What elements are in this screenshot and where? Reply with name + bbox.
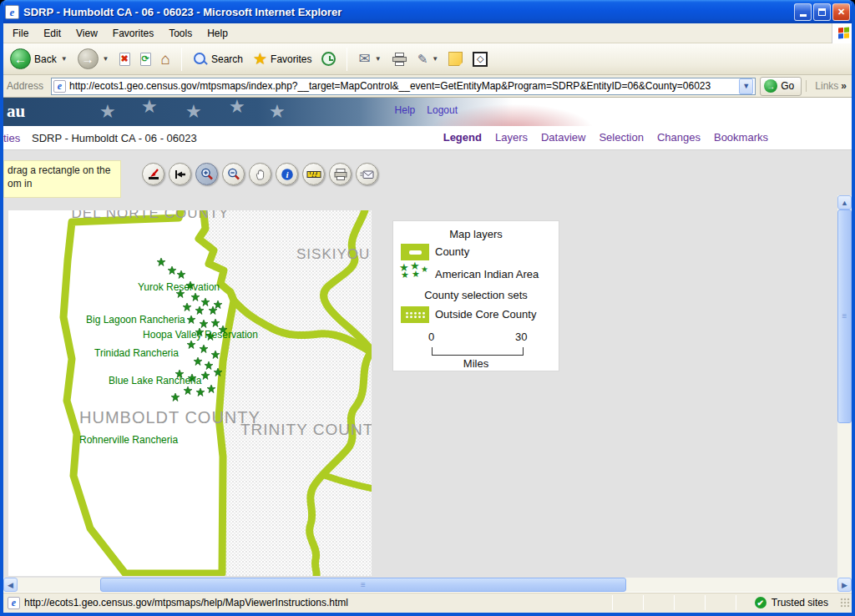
maximize-button[interactable] xyxy=(813,3,831,21)
notes-button[interactable] xyxy=(445,50,466,68)
edit-button[interactable]: ✎ ▼ xyxy=(414,50,443,68)
forward-dropdown-icon[interactable]: ▼ xyxy=(103,55,109,63)
favorites-star-icon: ★ xyxy=(253,49,267,68)
vertical-scroll-thumb[interactable] xyxy=(837,210,852,423)
help-link[interactable]: Help xyxy=(395,104,416,116)
email-map-button[interactable] xyxy=(356,163,378,185)
label-rohnerville-rancheria: Rohnerville Rancheria xyxy=(79,434,178,446)
windows-logo xyxy=(832,23,855,43)
status-separator xyxy=(736,595,736,610)
edit-dropdown-icon[interactable]: ▼ xyxy=(432,55,438,63)
forward-icon: → xyxy=(78,48,99,69)
page-nav: Legend Layers Dataview Selection Changes… xyxy=(443,131,768,144)
toolbar-separator xyxy=(181,48,182,71)
tab-changes[interactable]: Changes xyxy=(657,131,701,144)
menu-tools[interactable]: Tools xyxy=(161,25,200,42)
history-button[interactable] xyxy=(318,50,339,68)
tab-dataview[interactable]: Dataview xyxy=(541,131,585,144)
status-separator xyxy=(643,595,644,610)
back-button[interactable]: ← Back ▼ xyxy=(7,47,71,71)
address-url-text[interactable]: http://ecots1.geo.census.gov/mtpsmaps/in… xyxy=(69,80,736,92)
flag-star-icon: ★ xyxy=(99,101,116,123)
go-arrow-icon: → xyxy=(764,79,777,93)
discuss-button[interactable]: ◇ xyxy=(469,50,491,68)
pan-button[interactable] xyxy=(249,163,271,185)
page-content: au ★ ★ ★ ★ ★ Help Logout ties SDRP - Hum… xyxy=(3,98,852,578)
previous-extent-button[interactable] xyxy=(169,163,191,185)
menu-edit[interactable]: Edit xyxy=(36,25,68,42)
zoom-out-button[interactable] xyxy=(222,163,245,185)
menu-file[interactable]: File xyxy=(5,25,36,42)
selection-sets-title: County selection sets xyxy=(393,289,559,301)
stop-button[interactable]: ✖ xyxy=(116,51,134,68)
discuss-diamond-icon: ◇ xyxy=(473,52,488,67)
title-bar[interactable]: e SDRP - Humboldt CA - 06 - 06023 - Micr… xyxy=(0,0,855,23)
horizontal-scroll-thumb[interactable] xyxy=(100,578,626,592)
search-button[interactable]: Search xyxy=(190,50,246,68)
mail-dropdown-icon[interactable]: ▼ xyxy=(375,55,382,63)
label-siskiyou-county: SISKIYOU xyxy=(296,246,370,262)
go-button[interactable]: → Go xyxy=(760,77,802,96)
american-indian-area-label: American Indian Area xyxy=(435,268,539,280)
tab-legend[interactable]: Legend xyxy=(443,131,482,144)
links-chevron-icon: » xyxy=(841,80,847,92)
legend-title: Map layers xyxy=(393,228,559,240)
horizontal-scrollbar[interactable]: ◀ ▶ xyxy=(3,578,852,592)
status-separator xyxy=(612,595,613,610)
zoom-in-button[interactable] xyxy=(195,163,218,185)
outside-core-swatch xyxy=(401,306,429,323)
print-icon xyxy=(392,53,407,66)
address-dropdown-icon[interactable]: ▼ xyxy=(739,78,753,94)
home-button[interactable]: ⌂ xyxy=(158,50,174,68)
banner-text: au xyxy=(7,101,25,122)
menu-help[interactable]: Help xyxy=(200,25,235,42)
tab-selection[interactable]: Selection xyxy=(599,131,643,144)
page-favicon: e xyxy=(53,80,66,93)
refresh-button[interactable]: ⟳ xyxy=(137,51,154,68)
scroll-up-icon[interactable]: ▲ xyxy=(837,195,852,210)
mail-icon: ✉ xyxy=(358,50,370,68)
label-humboldt-county: HUMBOLDT COUNTY xyxy=(79,408,261,427)
zone-label: Trusted sites xyxy=(772,597,828,608)
humboldt-county-shape[interactable] xyxy=(63,210,234,573)
back-dropdown-icon[interactable]: ▼ xyxy=(61,55,68,63)
tooltip-line-2: om in xyxy=(8,177,117,190)
info-icon: i xyxy=(281,168,294,181)
american-indian-area-swatch: ★ ★ ★ ★ ★ xyxy=(399,263,431,283)
home-icon: ⌂ xyxy=(161,52,170,67)
minimize-button[interactable] xyxy=(794,3,812,21)
tab-layers[interactable]: Layers xyxy=(495,131,528,144)
vertical-scrollbar[interactable]: ▲ ▼ xyxy=(837,195,852,578)
scale-unit: Miles xyxy=(393,357,559,370)
refresh-icon: ⟳ xyxy=(140,53,151,66)
printer-icon xyxy=(333,168,348,181)
scroll-left-icon[interactable]: ◀ xyxy=(3,578,18,592)
forward-button[interactable]: → ▼ xyxy=(74,47,113,71)
resize-grip[interactable] xyxy=(840,598,850,608)
menu-view[interactable]: View xyxy=(68,25,105,42)
identify-button[interactable]: i xyxy=(276,163,298,185)
scale-start: 0 xyxy=(428,331,434,343)
breadcrumb[interactable]: ties xyxy=(3,132,20,144)
menu-favorites[interactable]: Favorites xyxy=(105,25,161,42)
zoom-full-extent-button[interactable] xyxy=(142,163,164,185)
close-button[interactable]: ✕ xyxy=(832,3,850,21)
links-label: Links xyxy=(815,80,838,92)
favorites-button[interactable]: ★ Favorites xyxy=(250,48,315,70)
links-button[interactable]: Links» xyxy=(806,80,852,92)
map-viewport[interactable]: DEL NORTE COUNTY SISKIYOU HUMBOLDT COUNT… xyxy=(8,210,372,576)
address-input[interactable]: e http://ecots1.geo.census.gov/mtpsmaps/… xyxy=(51,78,756,95)
census-banner: au ★ ★ ★ ★ ★ Help Logout xyxy=(3,98,852,126)
envelope-icon xyxy=(360,168,375,181)
ie-document-icon: e xyxy=(5,5,19,19)
tab-bookmarks[interactable]: Bookmarks xyxy=(714,131,768,144)
print-button[interactable] xyxy=(388,51,411,68)
logout-link[interactable]: Logout xyxy=(427,104,458,116)
mail-button[interactable]: ✉ ▼ xyxy=(355,48,384,69)
scroll-right-icon[interactable]: ▶ xyxy=(837,578,852,592)
print-map-button[interactable] xyxy=(329,163,352,185)
scale-bar xyxy=(432,347,524,356)
county-map[interactable]: DEL NORTE COUNTY SISKIYOU HUMBOLDT COUNT… xyxy=(8,210,372,576)
flag-star-icon: ★ xyxy=(269,101,286,123)
measure-button[interactable]: 1 2 xyxy=(302,163,325,185)
